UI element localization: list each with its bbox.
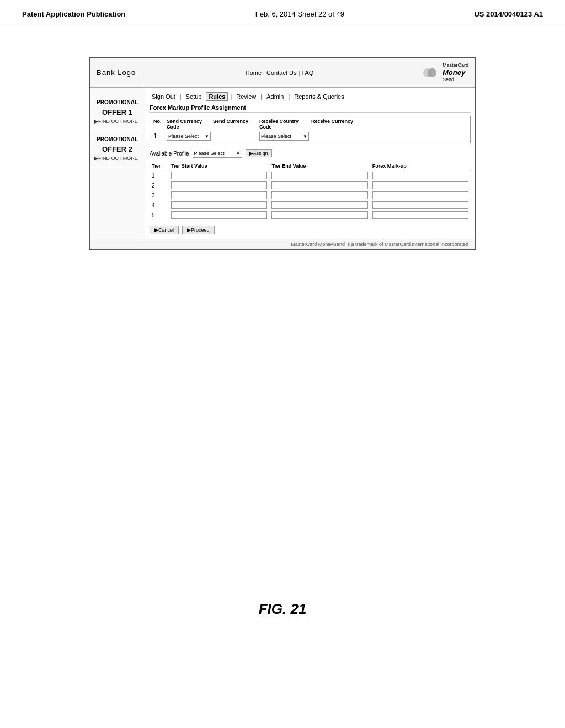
tier-forex-4[interactable] [370,200,471,210]
tier-start-input-4[interactable] [171,201,267,209]
tier-col-start: Tier Start Value [169,162,269,170]
mc-circle-right [428,68,436,77]
profile-row: Available Profile Please Select ▼ ▶Assig… [150,149,471,158]
mc-brand: MasterCard [443,62,468,68]
tier-end-1[interactable] [269,170,370,181]
cancel-button[interactable]: ▶Cancel [150,226,179,234]
menu-admin[interactable]: Admin [264,92,286,101]
tier-end-input-3[interactable] [271,191,367,199]
menu-rules[interactable]: Rules [206,92,228,101]
mc-circles-icon [423,67,440,78]
menu-setup[interactable]: Setup [184,92,204,101]
tier-forex-input-1[interactable] [372,172,468,179]
col-send-currency: Send Currency [213,119,257,130]
offer1-title: PROMOTIONAL [94,99,140,106]
tier-row-5: 5 [150,210,471,220]
currency-grid-row-1: 1. Please Select ▼ Please Select ▼ [153,132,467,141]
patent-number: US 2014/0040123 A1 [474,10,543,18]
tier-start-input-3[interactable] [171,191,267,199]
tier-start-5[interactable] [169,210,269,220]
mc-money: Money [443,68,468,77]
tier-num-2: 2 [150,180,169,190]
tier-row-2: 2 [150,180,471,190]
mastercard-logo: MasterCard Money Send [423,62,468,83]
offer1-name: OFFER 1 [94,108,140,116]
tier-num-5: 5 [150,210,169,220]
tier-num-3: 3 [150,190,169,200]
tier-end-3[interactable] [269,190,370,200]
tier-start-input-2[interactable] [171,181,267,189]
available-profile-select[interactable]: Please Select ▼ [193,149,242,158]
sidebar: PROMOTIONAL OFFER 1 ▶FIND OUT MORE PROMO… [90,88,145,239]
tier-start-3[interactable] [169,190,269,200]
assign-button[interactable]: ▶Assign [246,149,272,157]
receive-code-arrow-icon: ▼ [303,134,307,139]
bank-logo: Bank Logo [97,68,136,77]
tier-table-header: Tier Tier Start Value Tier End Value For… [150,162,471,170]
tier-start-4[interactable] [169,200,269,210]
tier-start-input-5[interactable] [171,211,267,219]
top-menu: Sign Out | Setup Rules | Review | Admin … [150,92,471,101]
tier-num-1: 1 [150,170,169,181]
offer2-find-more[interactable]: ▶FIND OUT MORE [94,156,140,161]
section-title: Forex Markup Profile Assignment [150,104,471,113]
col-receive-code: Receive Country Code [259,119,309,130]
proceed-button[interactable]: ▶Proceed [182,226,215,234]
tier-forex-input-2[interactable] [372,181,468,189]
tier-end-input-5[interactable] [271,211,367,219]
tier-end-5[interactable] [269,210,370,220]
col-no: No. [153,119,164,130]
tier-col-end: Tier End Value [269,162,370,170]
tier-row-4: 4 [150,200,471,210]
send-code-arrow-icon: ▼ [205,134,209,139]
menu-reports[interactable]: Reports & Queries [292,92,346,101]
tier-end-input-4[interactable] [271,201,367,209]
tier-row-1: 1 [150,170,471,181]
tier-end-4[interactable] [269,200,370,210]
sidebar-offer-2: PROMOTIONAL OFFER 2 ▶FIND OUT MORE [90,130,145,167]
tier-start-2[interactable] [169,180,269,190]
sidebar-offer-1: PROMOTIONAL OFFER 1 ▶FIND OUT MORE [90,93,145,130]
currency-grid: No. Send Currency Code Send Currency Rec… [150,116,471,143]
app-footer: MasterCard MoneySend is a trademark of M… [90,239,475,249]
figure-label: FIG. 21 [0,601,565,618]
currency-grid-header: No. Send Currency Code Send Currency Rec… [153,119,467,130]
receive-code-select[interactable]: Please Select ▼ [259,132,309,141]
available-profile-arrow-icon: ▼ [236,151,241,156]
action-row: ▶Cancel ▶Proceed [150,226,471,234]
tier-num-4: 4 [150,200,169,210]
tier-end-input-1[interactable] [271,172,367,179]
tier-forex-input-5[interactable] [372,211,468,219]
tier-forex-input-3[interactable] [372,191,468,199]
mc-text: MasterCard Money Send [443,62,468,83]
app-frame: Bank Logo Home | Contact Us | FAQ Master… [89,57,476,250]
main-panel: Sign Out | Setup Rules | Review | Admin … [145,88,475,239]
tier-end-2[interactable] [269,180,370,190]
footer-text: MasterCard MoneySend is a trademark of M… [291,242,468,247]
tier-forex-input-4[interactable] [372,201,468,209]
offer1-find-more[interactable]: ▶FIND OUT MORE [94,119,140,124]
tier-row-3: 3 [150,190,471,200]
page-footer: FIG. 21 [0,584,565,618]
menu-signout[interactable]: Sign Out [150,92,178,101]
tier-col-forex: Forex Mark-up [370,162,471,170]
tier-forex-2[interactable] [370,180,471,190]
menu-review[interactable]: Review [234,92,258,101]
app-body: PROMOTIONAL OFFER 1 ▶FIND OUT MORE PROMO… [90,88,475,239]
page-header: Patent Application Publication Feb. 6, 2… [0,0,565,24]
tier-forex-5[interactable] [370,210,471,220]
tier-forex-1[interactable] [370,170,471,181]
offer2-name: OFFER 2 [94,145,140,153]
tier-forex-3[interactable] [370,190,471,200]
tier-col-tier: Tier [150,162,169,170]
available-profile-label: Available Profile [150,151,189,157]
tier-start-input-1[interactable] [171,172,267,179]
send-code-select[interactable]: Please Select ▼ [167,132,211,141]
row1-no: 1. [153,132,164,140]
app-nav: Home | Contact Us | FAQ [246,69,314,76]
tier-start-1[interactable] [169,170,269,181]
app-header: Bank Logo Home | Contact Us | FAQ Master… [90,58,475,88]
publication-title: Patent Application Publication [22,10,125,18]
col-send-code: Send Currency Code [167,119,211,130]
tier-end-input-2[interactable] [271,181,367,189]
